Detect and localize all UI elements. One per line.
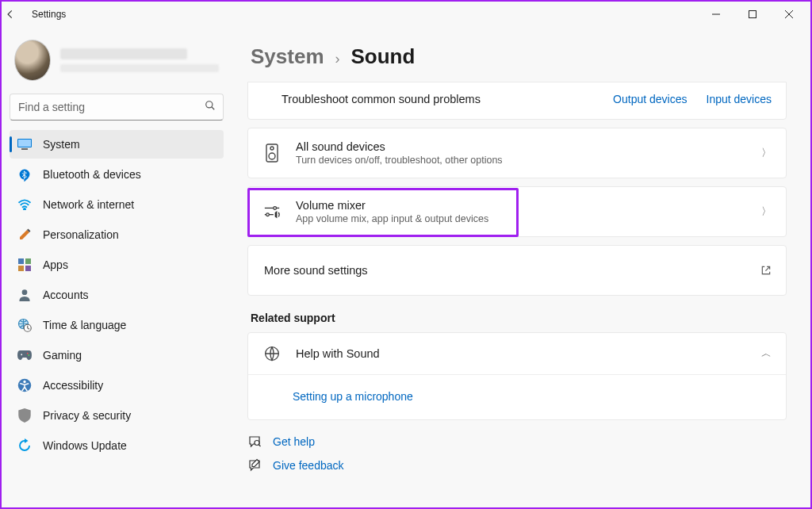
output-devices-link[interactable]: Output devices: [613, 93, 687, 105]
nav-accessibility[interactable]: Accessibility: [10, 371, 224, 400]
input-devices-link[interactable]: Input devices: [707, 93, 772, 105]
globe-clock-icon: [17, 318, 32, 332]
nav-label: Apps: [43, 258, 68, 271]
more-settings-title: More sound settings: [264, 264, 368, 277]
nav-accounts[interactable]: Accounts: [10, 281, 224, 309]
svg-rect-14: [25, 266, 31, 271]
svg-rect-11: [18, 258, 24, 264]
svg-point-25: [269, 153, 275, 159]
page-title: Sound: [351, 44, 416, 69]
close-button[interactable]: [771, 2, 807, 27]
accessibility-icon: [17, 378, 32, 392]
nav-label: Windows Update: [43, 439, 127, 452]
get-help-row[interactable]: Get help: [247, 434, 787, 449]
back-button[interactable]: [5, 9, 27, 20]
settings-window: Settings: [0, 0, 812, 509]
svg-rect-1: [749, 11, 756, 18]
help-body: Setting up a microphone: [248, 374, 786, 419]
svg-point-20: [28, 354, 29, 356]
svg-point-29: [266, 213, 270, 216]
profile-email-redacted: [60, 64, 219, 72]
get-help-icon: [247, 434, 262, 449]
svg-rect-8: [21, 148, 28, 150]
volume-mixer-title: Volume mixer: [296, 199, 488, 212]
sidebar: System Bluetooth & devices Network & int…: [2, 27, 232, 507]
nav-label: Time & language: [43, 319, 126, 331]
profile-text: [60, 48, 219, 72]
minimize-button[interactable]: [698, 2, 734, 27]
nav-label: Network & internet: [43, 198, 134, 211]
all-devices-card[interactable]: All sound devices Turn devices on/off, t…: [247, 128, 787, 178]
feedback-row[interactable]: Give feedback: [247, 458, 787, 473]
nav-windows-update[interactable]: Windows Update: [10, 431, 224, 460]
paintbrush-icon: [17, 228, 32, 242]
nav-apps[interactable]: Apps: [10, 251, 224, 279]
wifi-icon: [17, 197, 32, 212]
all-devices-title: All sound devices: [296, 140, 503, 153]
profile-block[interactable]: [10, 33, 224, 92]
nav-label: Bluetooth & devices: [43, 168, 141, 181]
profile-name-redacted: [60, 48, 187, 59]
troubleshoot-title: Troubleshoot common sound problems: [282, 93, 481, 105]
help-link-mic[interactable]: Setting up a microphone: [293, 390, 413, 403]
all-devices-sub: Turn devices on/off, troubleshoot, other…: [296, 155, 503, 166]
update-icon: [17, 438, 32, 453]
get-help-link[interactable]: Get help: [273, 435, 315, 448]
nav-label: Accessibility: [43, 379, 103, 392]
shield-icon: [17, 408, 32, 423]
nav-system[interactable]: System: [10, 130, 224, 159]
gaming-icon: [17, 348, 32, 362]
nav-network[interactable]: Network & internet: [10, 190, 224, 219]
svg-point-22: [23, 381, 25, 383]
svg-rect-7: [18, 140, 31, 147]
feedback-link[interactable]: Give feedback: [273, 459, 344, 472]
svg-rect-13: [18, 266, 24, 271]
volume-mixer-card[interactable]: Volume mixer App volume mix, app input &…: [247, 186, 787, 237]
system-icon: [17, 137, 32, 151]
more-settings-card[interactable]: More sound settings: [247, 245, 787, 296]
app-title: Settings: [32, 9, 66, 20]
nav-gaming[interactable]: Gaming: [10, 341, 224, 369]
chevron-right-icon: 〉: [761, 205, 772, 219]
breadcrumb-parent[interactable]: System: [251, 44, 324, 69]
nav-list: System Bluetooth & devices Network & int…: [10, 130, 224, 460]
maximize-button[interactable]: [734, 2, 771, 27]
svg-point-31: [255, 441, 259, 446]
svg-point-19: [27, 353, 29, 354]
nav-time-language[interactable]: Time & language: [10, 311, 224, 339]
speaker-icon: [262, 144, 282, 163]
help-card: Help with Sound ︿ Setting up a microphon…: [247, 332, 787, 420]
avatar: [14, 40, 51, 81]
nav-personalization[interactable]: Personalization: [10, 220, 224, 249]
help-header[interactable]: Help with Sound ︿: [248, 333, 786, 374]
svg-point-10: [24, 209, 25, 210]
troubleshoot-card: Troubleshoot common sound problems Outpu…: [247, 82, 787, 120]
nav-privacy[interactable]: Privacy & security: [10, 401, 224, 430]
troubleshoot-row: Troubleshoot common sound problems Outpu…: [248, 82, 786, 119]
related-support-heading: Related support: [251, 312, 787, 324]
search-wrap: [10, 94, 224, 121]
nav-label: Privacy & security: [43, 409, 131, 422]
chevron-right-icon: ›: [335, 51, 340, 67]
nav-bluetooth[interactable]: Bluetooth & devices: [10, 160, 224, 189]
svg-rect-12: [25, 258, 31, 264]
svg-point-18: [21, 354, 22, 355]
search-input[interactable]: [10, 94, 224, 121]
main-content: System › Sound Troubleshoot common sound…: [232, 27, 810, 507]
external-link-icon: [760, 265, 772, 276]
web-icon: [262, 344, 282, 363]
window-controls: [698, 2, 807, 27]
bluetooth-icon: [17, 167, 32, 182]
titlebar: Settings: [2, 2, 810, 27]
nav-label: Gaming: [43, 349, 82, 362]
nav-label: System: [43, 138, 80, 151]
chevron-right-icon: 〉: [761, 146, 772, 160]
apps-icon: [17, 258, 32, 272]
nav-label: Accounts: [43, 289, 89, 301]
volume-mixer-sub: App volume mix, app input & output devic…: [296, 213, 488, 224]
svg-point-27: [274, 207, 277, 210]
help-title: Help with Sound: [296, 347, 380, 360]
chevron-up-icon: ︿: [761, 346, 772, 361]
svg-point-24: [270, 147, 274, 150]
bottom-links: Get help Give feedback: [247, 434, 787, 473]
